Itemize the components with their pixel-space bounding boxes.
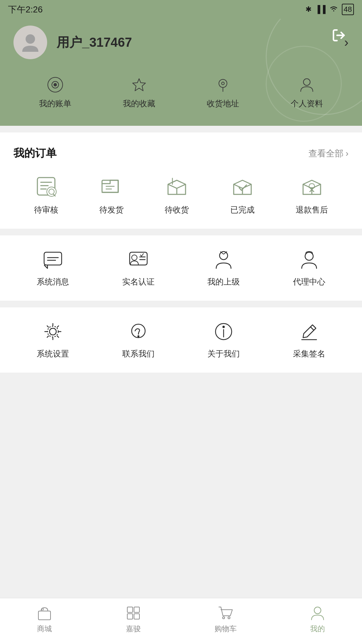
svg-point-8 — [303, 79, 310, 85]
svg-point-7 — [222, 82, 224, 85]
shortcut-address-label: 收货地址 — [207, 98, 239, 109]
orders-card: 我的订单 查看全部 › 待审核 — [0, 132, 362, 229]
service-system-msg-label: 系统消息 — [37, 276, 69, 287]
service-my-superior[interactable]: 我的上级 — [185, 249, 263, 287]
svg-rect-41 — [38, 611, 51, 620]
svg-point-47 — [223, 617, 225, 619]
svg-point-49 — [314, 607, 321, 614]
avatar — [13, 26, 47, 59]
profile-header: 用户_317467 › 我的账单 我的收藏 收货地址 — [0, 19, 362, 126]
service-collect-signature[interactable]: 采集签名 — [270, 321, 349, 359]
svg-rect-45 — [127, 614, 133, 619]
services-grid-1: 系统消息 实名认证 — [13, 249, 349, 287]
signal-icon: ▐▐ — [315, 5, 325, 14]
order-completed[interactable]: 已完成 — [230, 174, 255, 215]
svg-point-48 — [228, 617, 230, 619]
shortcut-profile-label: 个人资料 — [291, 98, 323, 109]
services-card-1: 系统消息 实名认证 — [0, 235, 362, 301]
order-pending-review-label: 待审核 — [34, 204, 58, 215]
svg-line-39 — [310, 327, 314, 330]
nav-cart[interactable]: 购物车 — [215, 605, 237, 634]
service-real-name[interactable]: 实名认证 — [99, 249, 178, 287]
battery-icon: 48 — [342, 4, 354, 15]
nav-shop-label: 商城 — [37, 624, 52, 634]
status-time: 下午2:26 — [8, 4, 43, 15]
service-system-settings[interactable]: 系统设置 — [13, 321, 92, 359]
svg-point-25 — [132, 255, 137, 260]
profile-shortcuts: 我的账单 我的收藏 收货地址 个人资料 — [13, 76, 349, 109]
view-all-chevron: › — [345, 148, 349, 159]
wifi-icon — [329, 5, 338, 14]
nav-cart-label: 购物车 — [215, 624, 237, 634]
svg-marker-5 — [133, 79, 145, 91]
service-real-name-label: 实名认证 — [122, 276, 155, 287]
svg-rect-44 — [134, 607, 139, 612]
services-card-2: 系统设置 联系我们 关于我们 — [0, 307, 362, 373]
svg-point-35 — [138, 336, 139, 337]
username: 用户_317467 — [57, 34, 344, 51]
order-pending-receive-label: 待收货 — [165, 204, 189, 215]
bottom-nav: 商城 嘉骏 购物车 我的 — [0, 598, 362, 644]
service-agent-center[interactable]: 代理中心 — [270, 249, 349, 287]
svg-point-13 — [47, 187, 56, 196]
order-refund[interactable]: 退款售后 — [296, 174, 328, 215]
main-content: 我的订单 查看全部 › 待审核 — [0, 126, 362, 433]
svg-point-4 — [54, 83, 57, 86]
order-items: 待审核 待发货 — [13, 174, 349, 215]
service-contact-us[interactable]: 联系我们 — [99, 321, 178, 359]
status-bar: 下午2:26 ✱ ▐▐ 48 — [0, 0, 362, 19]
shortcut-my-favorites[interactable]: 我的收藏 — [123, 76, 155, 109]
order-header: 我的订单 查看全部 › — [13, 146, 349, 161]
nav-jiajun-label: 嘉骏 — [126, 624, 141, 634]
service-about-us[interactable]: 关于我们 — [185, 321, 263, 359]
svg-point-28 — [220, 252, 228, 260]
shortcut-profile[interactable]: 个人资料 — [291, 76, 323, 109]
svg-rect-46 — [134, 614, 139, 619]
svg-point-6 — [219, 79, 227, 87]
profile-chevron-icon: › — [344, 35, 349, 50]
services-grid-2: 系统设置 联系我们 关于我们 — [13, 321, 349, 359]
shortcut-my-account-label: 我的账单 — [39, 98, 71, 109]
view-all-orders[interactable]: 查看全部 › — [308, 148, 349, 159]
shortcut-favorites-label: 我的收藏 — [123, 98, 155, 109]
svg-point-37 — [223, 326, 225, 328]
shortcut-my-account[interactable]: 我的账单 — [39, 76, 71, 109]
order-refund-label: 退款售后 — [296, 204, 328, 215]
bluetooth-icon: ✱ — [305, 5, 311, 14]
svg-rect-43 — [127, 607, 133, 612]
svg-point-32 — [50, 328, 56, 335]
svg-point-31 — [305, 252, 313, 260]
order-pending-ship[interactable]: 待发货 — [99, 174, 124, 215]
nav-mine-label: 我的 — [310, 624, 325, 634]
profile-info[interactable]: 用户_317467 › — [13, 26, 349, 59]
service-contact-us-label: 联系我们 — [122, 348, 155, 359]
order-pending-receive[interactable]: 待收货 — [165, 174, 189, 215]
svg-rect-42 — [42, 608, 43, 610]
service-agent-center-label: 代理中心 — [293, 276, 325, 287]
nav-mine[interactable]: 我的 — [309, 605, 326, 634]
svg-rect-21 — [44, 252, 62, 265]
service-system-settings-label: 系统设置 — [37, 348, 69, 359]
service-about-us-label: 关于我们 — [207, 348, 240, 359]
status-icons: ✱ ▐▐ 48 — [305, 4, 354, 15]
order-pending-review[interactable]: 待审核 — [34, 174, 58, 215]
shortcut-shipping-address[interactable]: 收货地址 — [207, 76, 239, 109]
order-completed-label: 已完成 — [230, 204, 255, 215]
nav-shop[interactable]: 商城 — [36, 605, 53, 634]
service-collect-signature-label: 采集签名 — [293, 348, 325, 359]
orders-title: 我的订单 — [13, 146, 57, 161]
service-my-superior-label: 我的上级 — [207, 276, 240, 287]
service-system-msg[interactable]: 系统消息 — [13, 249, 92, 287]
order-pending-ship-label: 待发货 — [99, 204, 124, 215]
svg-point-1 — [26, 34, 35, 44]
nav-jiajun[interactable]: 嘉骏 — [125, 605, 141, 634]
